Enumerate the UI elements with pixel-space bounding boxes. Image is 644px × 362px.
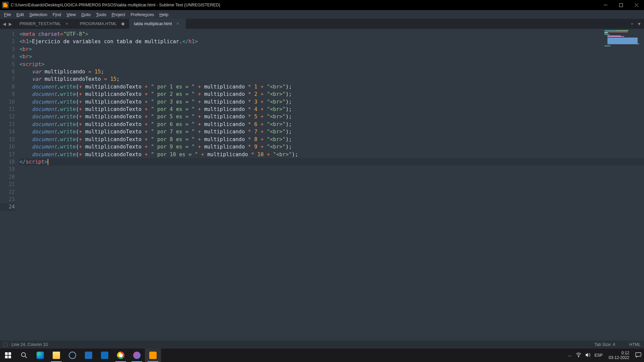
svg-rect-1	[619, 3, 623, 7]
tab-primer-test[interactable]: PRIMER_TEST.HTML ×	[15, 19, 75, 29]
taskbar-explorer[interactable]	[48, 349, 64, 362]
panel-switcher-icon[interactable]	[3, 343, 7, 347]
tab-dropdown-icon[interactable]: ▼	[637, 21, 641, 26]
status-bar: Line 24, Column 10 Tab Size: 4 HTML	[0, 341, 644, 349]
minimize-button[interactable]	[598, 0, 613, 10]
svg-rect-4	[5, 356, 8, 358]
tab-bar: ◀ ▶ PRIMER_TEST.HTML × PROGRAMA.HTML tab…	[0, 19, 644, 29]
windows-taskbar: ︿ ESP 0:12 03-12-2022	[0, 349, 644, 362]
tray-notifications-icon[interactable]	[635, 352, 641, 359]
code-area[interactable]: <meta charset="UTF-8"><h1>Ejercicio de v…	[17, 29, 644, 341]
svg-rect-8	[636, 353, 641, 356]
taskbar-sublime[interactable]	[145, 349, 161, 362]
tab-programa[interactable]: PROGRAMA.HTML	[75, 19, 129, 29]
taskbar-edge[interactable]	[32, 349, 48, 362]
line-gutter: 123456789101112131415161718192021222324	[0, 29, 17, 341]
menu-goto[interactable]: Goto	[78, 11, 93, 18]
nav-back-icon[interactable]: ◀	[2, 21, 7, 26]
menu-preferences[interactable]: Preferences	[128, 11, 157, 18]
editor[interactable]: 123456789101112131415161718192021222324 …	[0, 29, 644, 341]
menu-view[interactable]: View	[64, 11, 78, 18]
svg-point-6	[21, 353, 25, 357]
svg-rect-2	[5, 352, 8, 355]
tray-volume-icon[interactable]	[585, 353, 591, 358]
taskbar-chrome[interactable]	[113, 349, 129, 362]
new-tab-icon[interactable]: ＋	[630, 21, 634, 27]
tray-chevron-icon[interactable]: ︿	[568, 353, 572, 358]
menu-bar: File Edit Selection Find View Goto Tools…	[0, 10, 644, 19]
minimap[interactable]	[604, 30, 641, 47]
taskbar-dell[interactable]	[64, 349, 80, 362]
taskbar-mail[interactable]	[97, 349, 113, 362]
menu-find[interactable]: Find	[50, 11, 64, 18]
tray-wifi-icon[interactable]	[576, 353, 581, 358]
menu-tools[interactable]: Tools	[93, 11, 109, 18]
svg-point-7	[578, 356, 579, 357]
status-cursor-pos[interactable]: Line 24, Column 10	[11, 342, 48, 347]
maximize-button[interactable]	[613, 0, 629, 10]
close-icon[interactable]: ×	[66, 21, 70, 26]
taskbar-app-pink[interactable]	[129, 349, 145, 362]
tab-tabla-multiplicar[interactable]: tabla multiplicar.html ×	[129, 19, 186, 29]
svg-rect-5	[8, 356, 11, 358]
close-button[interactable]	[629, 0, 644, 10]
dirty-indicator-icon	[121, 22, 124, 25]
menu-selection[interactable]: Selection	[26, 11, 50, 18]
title-bar: C:\Users\Eduardo\Desktop\LOGICA PRIMEROS…	[0, 0, 644, 10]
app-icon	[2, 2, 9, 8]
status-syntax[interactable]: HTML	[629, 342, 641, 347]
svg-rect-3	[8, 352, 11, 355]
nav-forward-icon[interactable]: ▶	[8, 21, 13, 26]
status-tab-size[interactable]: Tab Size: 4	[594, 342, 615, 347]
menu-edit[interactable]: Edit	[14, 11, 26, 18]
menu-help[interactable]: Help	[157, 11, 171, 18]
window-title: C:\Users\Eduardo\Desktop\LOGICA PRIMEROS…	[11, 3, 220, 7]
start-button[interactable]	[0, 349, 16, 362]
tray-clock[interactable]: 0:12 03-12-2022	[607, 351, 631, 360]
menu-project[interactable]: Project	[109, 11, 128, 18]
tray-language[interactable]: ESP	[595, 353, 603, 358]
taskbar-calculator[interactable]	[80, 349, 97, 362]
close-icon[interactable]: ×	[176, 21, 181, 26]
search-button[interactable]	[16, 349, 32, 362]
menu-file[interactable]: File	[1, 11, 14, 18]
